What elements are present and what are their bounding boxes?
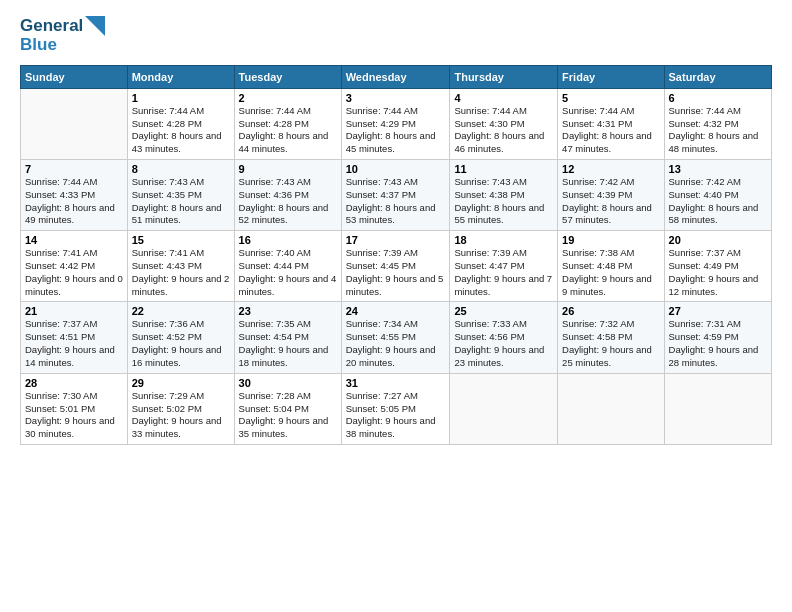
daylight-text: Daylight: 8 hours and 58 minutes. [669, 202, 767, 228]
daylight-text: Daylight: 8 hours and 51 minutes. [132, 202, 230, 228]
day-number: 2 [239, 92, 337, 104]
table-row: 6 Sunrise: 7:44 AM Sunset: 4:32 PM Dayli… [664, 88, 771, 159]
day-info: Sunrise: 7:32 AM Sunset: 4:58 PM Dayligh… [562, 318, 659, 369]
day-number: 16 [239, 234, 337, 246]
day-info: Sunrise: 7:36 AM Sunset: 4:52 PM Dayligh… [132, 318, 230, 369]
sunset-text: Sunset: 4:31 PM [562, 118, 659, 131]
daylight-text: Daylight: 9 hours and 14 minutes. [25, 344, 123, 370]
col-tuesday: Tuesday [234, 65, 341, 88]
sunset-text: Sunset: 4:33 PM [25, 189, 123, 202]
sunset-text: Sunset: 5:01 PM [25, 403, 123, 416]
calendar-header-row: Sunday Monday Tuesday Wednesday Thursday… [21, 65, 772, 88]
table-row: 16 Sunrise: 7:40 AM Sunset: 4:44 PM Dayl… [234, 231, 341, 302]
day-number: 26 [562, 305, 659, 317]
sunset-text: Sunset: 4:42 PM [25, 260, 123, 273]
sunset-text: Sunset: 5:04 PM [239, 403, 337, 416]
day-number: 1 [132, 92, 230, 104]
daylight-text: Daylight: 9 hours and 20 minutes. [346, 344, 446, 370]
col-saturday: Saturday [664, 65, 771, 88]
sunset-text: Sunset: 5:02 PM [132, 403, 230, 416]
day-info: Sunrise: 7:30 AM Sunset: 5:01 PM Dayligh… [25, 390, 123, 441]
day-info: Sunrise: 7:44 AM Sunset: 4:28 PM Dayligh… [132, 105, 230, 156]
day-info: Sunrise: 7:37 AM Sunset: 4:49 PM Dayligh… [669, 247, 767, 298]
daylight-text: Daylight: 9 hours and 30 minutes. [25, 415, 123, 441]
calendar-week-row: 21 Sunrise: 7:37 AM Sunset: 4:51 PM Dayl… [21, 302, 772, 373]
table-row: 10 Sunrise: 7:43 AM Sunset: 4:37 PM Dayl… [341, 159, 450, 230]
table-row: 25 Sunrise: 7:33 AM Sunset: 4:56 PM Dayl… [450, 302, 558, 373]
day-info: Sunrise: 7:39 AM Sunset: 4:47 PM Dayligh… [454, 247, 553, 298]
table-row: 18 Sunrise: 7:39 AM Sunset: 4:47 PM Dayl… [450, 231, 558, 302]
day-number: 17 [346, 234, 446, 246]
table-row: 14 Sunrise: 7:41 AM Sunset: 4:42 PM Dayl… [21, 231, 128, 302]
table-row: 23 Sunrise: 7:35 AM Sunset: 4:54 PM Dayl… [234, 302, 341, 373]
sunrise-text: Sunrise: 7:41 AM [25, 247, 123, 260]
day-number: 19 [562, 234, 659, 246]
day-number: 10 [346, 163, 446, 175]
sunrise-text: Sunrise: 7:44 AM [346, 105, 446, 118]
day-info: Sunrise: 7:27 AM Sunset: 5:05 PM Dayligh… [346, 390, 446, 441]
table-row: 31 Sunrise: 7:27 AM Sunset: 5:05 PM Dayl… [341, 373, 450, 444]
svg-marker-0 [85, 16, 105, 36]
table-row [558, 373, 664, 444]
daylight-text: Daylight: 9 hours and 4 minutes. [239, 273, 337, 299]
day-number: 3 [346, 92, 446, 104]
table-row: 2 Sunrise: 7:44 AM Sunset: 4:28 PM Dayli… [234, 88, 341, 159]
sunset-text: Sunset: 4:28 PM [132, 118, 230, 131]
day-info: Sunrise: 7:40 AM Sunset: 4:44 PM Dayligh… [239, 247, 337, 298]
table-row: 19 Sunrise: 7:38 AM Sunset: 4:48 PM Dayl… [558, 231, 664, 302]
sunset-text: Sunset: 4:30 PM [454, 118, 553, 131]
daylight-text: Daylight: 9 hours and 7 minutes. [454, 273, 553, 299]
daylight-text: Daylight: 8 hours and 52 minutes. [239, 202, 337, 228]
table-row: 11 Sunrise: 7:43 AM Sunset: 4:38 PM Dayl… [450, 159, 558, 230]
sunrise-text: Sunrise: 7:29 AM [132, 390, 230, 403]
table-row: 22 Sunrise: 7:36 AM Sunset: 4:52 PM Dayl… [127, 302, 234, 373]
sunset-text: Sunset: 4:29 PM [346, 118, 446, 131]
day-number: 27 [669, 305, 767, 317]
day-number: 14 [25, 234, 123, 246]
sunrise-text: Sunrise: 7:44 AM [25, 176, 123, 189]
day-number: 23 [239, 305, 337, 317]
sunrise-text: Sunrise: 7:43 AM [132, 176, 230, 189]
sunset-text: Sunset: 4:36 PM [239, 189, 337, 202]
sunset-text: Sunset: 4:59 PM [669, 331, 767, 344]
sunrise-text: Sunrise: 7:44 AM [239, 105, 337, 118]
sunrise-text: Sunrise: 7:35 AM [239, 318, 337, 331]
sunrise-text: Sunrise: 7:43 AM [346, 176, 446, 189]
daylight-text: Daylight: 9 hours and 18 minutes. [239, 344, 337, 370]
sunrise-text: Sunrise: 7:31 AM [669, 318, 767, 331]
sunrise-text: Sunrise: 7:42 AM [562, 176, 659, 189]
table-row: 8 Sunrise: 7:43 AM Sunset: 4:35 PM Dayli… [127, 159, 234, 230]
daylight-text: Daylight: 9 hours and 9 minutes. [562, 273, 659, 299]
day-info: Sunrise: 7:43 AM Sunset: 4:35 PM Dayligh… [132, 176, 230, 227]
day-number: 11 [454, 163, 553, 175]
daylight-text: Daylight: 9 hours and 2 minutes. [132, 273, 230, 299]
calendar-week-row: 7 Sunrise: 7:44 AM Sunset: 4:33 PM Dayli… [21, 159, 772, 230]
sunset-text: Sunset: 4:37 PM [346, 189, 446, 202]
col-wednesday: Wednesday [341, 65, 450, 88]
sunrise-text: Sunrise: 7:37 AM [25, 318, 123, 331]
day-info: Sunrise: 7:44 AM Sunset: 4:32 PM Dayligh… [669, 105, 767, 156]
sunrise-text: Sunrise: 7:34 AM [346, 318, 446, 331]
day-info: Sunrise: 7:39 AM Sunset: 4:45 PM Dayligh… [346, 247, 446, 298]
sunset-text: Sunset: 4:56 PM [454, 331, 553, 344]
sunset-text: Sunset: 4:52 PM [132, 331, 230, 344]
day-info: Sunrise: 7:29 AM Sunset: 5:02 PM Dayligh… [132, 390, 230, 441]
sunset-text: Sunset: 5:05 PM [346, 403, 446, 416]
day-number: 13 [669, 163, 767, 175]
sunset-text: Sunset: 4:47 PM [454, 260, 553, 273]
daylight-text: Daylight: 8 hours and 55 minutes. [454, 202, 553, 228]
day-info: Sunrise: 7:44 AM Sunset: 4:30 PM Dayligh… [454, 105, 553, 156]
table-row: 26 Sunrise: 7:32 AM Sunset: 4:58 PM Dayl… [558, 302, 664, 373]
sunrise-text: Sunrise: 7:27 AM [346, 390, 446, 403]
sunset-text: Sunset: 4:40 PM [669, 189, 767, 202]
table-row: 29 Sunrise: 7:29 AM Sunset: 5:02 PM Dayl… [127, 373, 234, 444]
table-row: 24 Sunrise: 7:34 AM Sunset: 4:55 PM Dayl… [341, 302, 450, 373]
calendar-week-row: 1 Sunrise: 7:44 AM Sunset: 4:28 PM Dayli… [21, 88, 772, 159]
sunrise-text: Sunrise: 7:39 AM [346, 247, 446, 260]
day-info: Sunrise: 7:44 AM Sunset: 4:31 PM Dayligh… [562, 105, 659, 156]
day-number: 20 [669, 234, 767, 246]
table-row: 13 Sunrise: 7:42 AM Sunset: 4:40 PM Dayl… [664, 159, 771, 230]
sunrise-text: Sunrise: 7:36 AM [132, 318, 230, 331]
day-info: Sunrise: 7:41 AM Sunset: 4:42 PM Dayligh… [25, 247, 123, 298]
daylight-text: Daylight: 9 hours and 25 minutes. [562, 344, 659, 370]
